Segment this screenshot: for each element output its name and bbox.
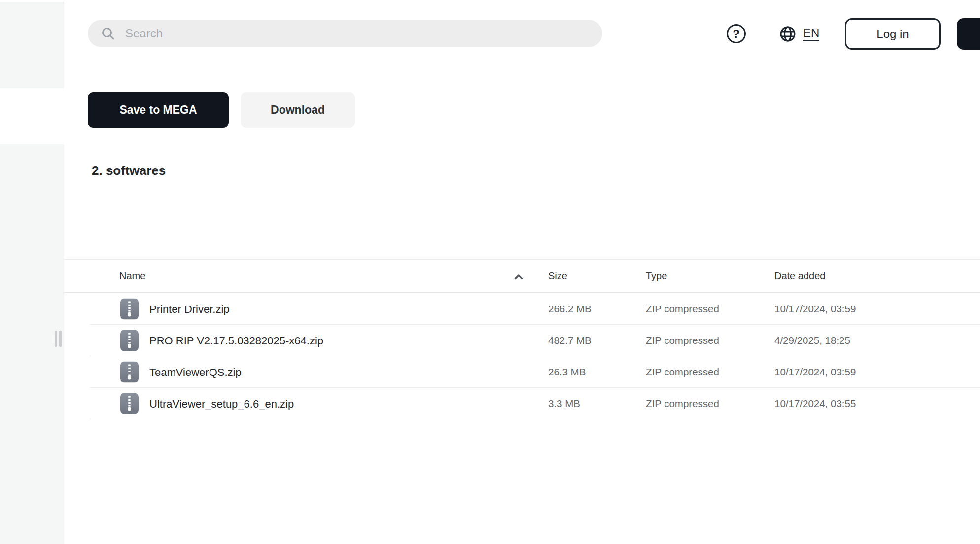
search-icon <box>101 26 115 41</box>
column-header-name[interactable]: Name <box>119 271 145 282</box>
table-row[interactable]: UltraViewer_setup_6.6_en.zip 3.3 MB ZIP … <box>64 388 980 419</box>
file-size: 266.2 MB <box>548 303 592 315</box>
file-type: ZIP compressed <box>646 303 719 315</box>
file-type: ZIP compressed <box>646 366 719 378</box>
help-button[interactable]: ? <box>727 24 746 43</box>
file-date-added: 4/29/2025, 18:25 <box>774 335 850 346</box>
resize-bar <box>55 331 57 347</box>
language-selector[interactable]: EN <box>779 25 819 43</box>
file-type: ZIP compressed <box>646 335 719 346</box>
file-name: Printer Driver.zip <box>149 303 230 315</box>
file-name: UltraViewer_setup_6.6_en.zip <box>149 397 294 410</box>
file-name: TeamViewerQS.zip <box>149 366 242 378</box>
file-name-cell: PRO RIP V2.17.5.03282025-x64.zip <box>120 330 323 351</box>
table-row[interactable]: TeamViewerQS.zip 26.3 MB ZIP compressed … <box>64 356 980 388</box>
folder-title: 2. softwares <box>92 163 166 178</box>
file-size: 26.3 MB <box>548 366 586 378</box>
login-button[interactable]: Log in <box>845 18 941 50</box>
file-size: 3.3 MB <box>548 398 580 409</box>
resize-bar <box>59 331 62 347</box>
file-name-cell: TeamViewerQS.zip <box>120 362 242 383</box>
chevron-up-icon <box>514 273 523 282</box>
file-name-cell: Printer Driver.zip <box>120 299 230 320</box>
file-list: Printer Driver.zip 266.2 MB ZIP compress… <box>64 293 980 419</box>
file-date-added: 10/17/2024, 03:55 <box>774 398 856 409</box>
zip-file-icon <box>120 362 139 383</box>
save-to-mega-button[interactable]: Save to MEGA <box>88 92 229 128</box>
file-date-added: 10/17/2024, 03:59 <box>774 303 856 315</box>
pane-resize-handle[interactable] <box>55 331 63 347</box>
left-pane-top <box>0 2 64 88</box>
search-input[interactable] <box>125 20 602 47</box>
language-code: EN <box>803 27 819 41</box>
file-type: ZIP compressed <box>646 398 719 409</box>
zip-file-icon <box>120 299 139 320</box>
table-header: Name Size Type Date added <box>64 259 980 293</box>
zip-file-icon <box>120 393 139 414</box>
signup-button-cropped[interactable] <box>957 18 980 50</box>
file-link-page: ? EN Log in Save to MEGA Download 2. sof… <box>0 0 980 544</box>
column-header-type[interactable]: Type <box>646 271 667 282</box>
file-name-cell: UltraViewer_setup_6.6_en.zip <box>120 393 294 414</box>
login-label: Log in <box>876 27 909 41</box>
file-date-added: 10/17/2024, 03:59 <box>774 366 856 378</box>
globe-icon <box>779 26 796 42</box>
help-icon: ? <box>733 27 740 41</box>
column-header-size[interactable]: Size <box>548 271 567 282</box>
file-name: PRO RIP V2.17.5.03282025-x64.zip <box>149 334 323 347</box>
column-header-date[interactable]: Date added <box>774 271 825 282</box>
table-row[interactable]: PRO RIP V2.17.5.03282025-x64.zip 482.7 M… <box>64 325 980 356</box>
table-row[interactable]: Printer Driver.zip 266.2 MB ZIP compress… <box>64 293 980 325</box>
file-size: 482.7 MB <box>548 335 592 346</box>
search-bar[interactable] <box>88 20 602 47</box>
download-button[interactable]: Download <box>241 92 355 128</box>
zip-file-icon <box>120 330 139 351</box>
